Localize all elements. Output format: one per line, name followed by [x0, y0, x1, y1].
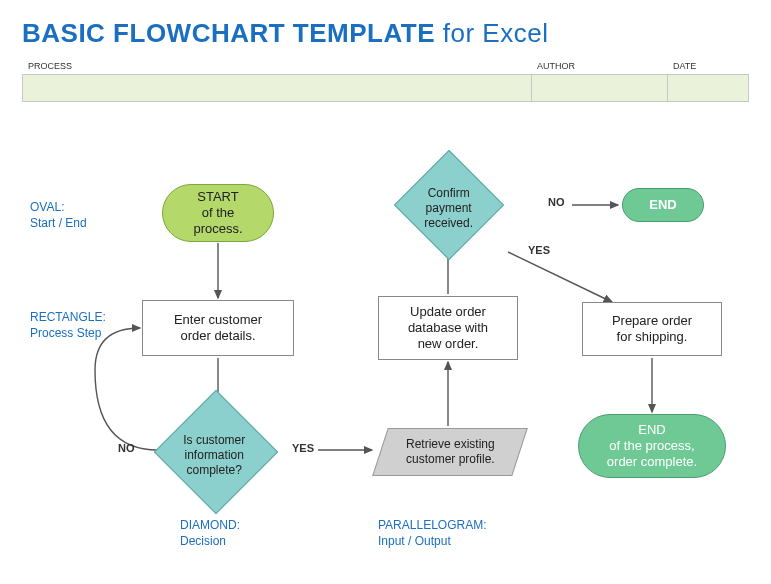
process-input[interactable] [22, 74, 531, 102]
header-author: AUTHOR [531, 61, 667, 74]
header-process: PROCESS [22, 61, 531, 74]
input-row [22, 74, 749, 102]
node-update-db: Update order database with new order. [378, 296, 518, 360]
flowchart-canvas: OVAL:Start / End RECTANGLE:Process Step … [0, 130, 771, 584]
node-start: START of the process. [162, 184, 274, 242]
legend-parallelogram: PARALLELOGRAM:Input / Output [378, 518, 486, 549]
node-retrieve-profile: Retrieve existing customer profile. [372, 428, 528, 476]
edge-yes-prepare: YES [528, 244, 550, 256]
node-end-small: END [622, 188, 704, 222]
title-light: for Excel [435, 18, 548, 48]
node-info-complete: Is customer information complete? [154, 390, 278, 514]
date-input[interactable] [667, 74, 749, 102]
author-input[interactable] [531, 74, 667, 102]
edge-no-end: NO [548, 196, 565, 208]
header-row: PROCESS AUTHOR DATE [22, 61, 749, 74]
legend-rectangle: RECTANGLE:Process Step [30, 310, 106, 341]
header-date: DATE [667, 61, 749, 74]
node-prepare-shipping: Prepare order for shipping. [582, 302, 722, 356]
title-bold: BASIC FLOWCHART TEMPLATE [22, 18, 435, 48]
page-title: BASIC FLOWCHART TEMPLATE for Excel [0, 0, 771, 49]
svg-line-6 [508, 252, 612, 302]
edge-no-loop: NO [118, 442, 135, 454]
legend-oval: OVAL:Start / End [30, 200, 87, 231]
legend-diamond: DIAMOND:Decision [180, 518, 240, 549]
edge-yes-retrieve: YES [292, 442, 314, 454]
node-end-big: END of the process, order complete. [578, 414, 726, 478]
node-confirm-payment: Confirm payment received. [394, 150, 504, 260]
node-enter-order: Enter customer order details. [142, 300, 294, 356]
